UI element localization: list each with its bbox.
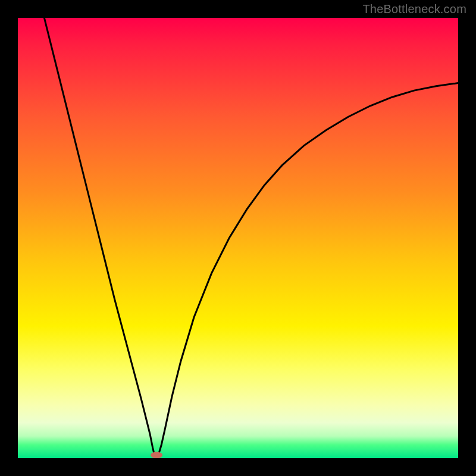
minimum-marker [151,452,162,458]
plot-area [18,18,458,458]
bottleneck-curve [18,18,458,458]
watermark-text: TheBottleneck.com [362,2,466,16]
right-branch-path [159,83,458,454]
chart-frame: TheBottleneck.com [0,0,476,476]
left-branch-path [44,18,154,455]
